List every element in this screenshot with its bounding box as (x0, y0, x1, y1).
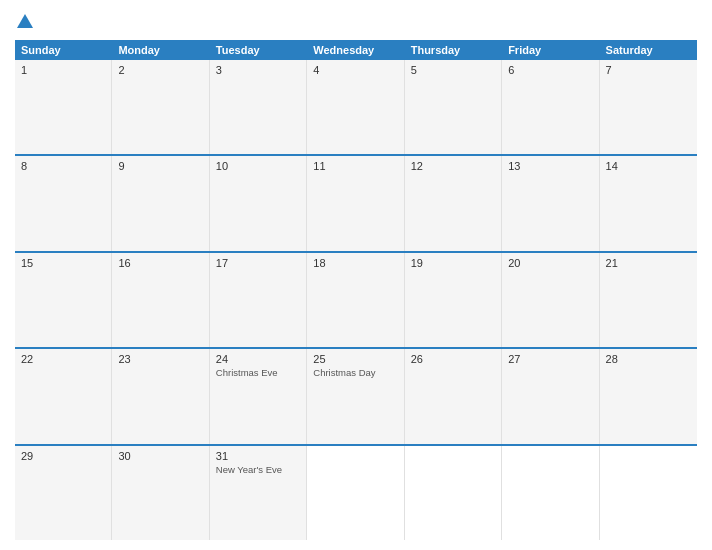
logo (15, 14, 33, 30)
day-number: 16 (118, 257, 202, 269)
day-number: 3 (216, 64, 300, 76)
day-number: 14 (606, 160, 691, 172)
weekday-header-saturday: Saturday (600, 40, 697, 60)
day-number: 8 (21, 160, 105, 172)
week-row-4: 222324Christmas Eve25Christmas Day262728 (15, 349, 697, 445)
day-number: 4 (313, 64, 397, 76)
day-number: 7 (606, 64, 691, 76)
cal-cell-3-2: 24Christmas Eve (210, 349, 307, 443)
cal-cell-1-3: 11 (307, 156, 404, 250)
weekday-header-friday: Friday (502, 40, 599, 60)
cal-cell-4-3 (307, 446, 404, 540)
cal-cell-2-6: 21 (600, 253, 697, 347)
cal-cell-3-5: 27 (502, 349, 599, 443)
cal-cell-1-2: 10 (210, 156, 307, 250)
cal-cell-2-0: 15 (15, 253, 112, 347)
cal-cell-4-2: 31New Year's Eve (210, 446, 307, 540)
cal-cell-0-6: 7 (600, 60, 697, 154)
day-number: 29 (21, 450, 105, 462)
day-number: 20 (508, 257, 592, 269)
day-number: 13 (508, 160, 592, 172)
cal-cell-2-2: 17 (210, 253, 307, 347)
header (15, 10, 697, 34)
day-number: 10 (216, 160, 300, 172)
weekday-header-thursday: Thursday (405, 40, 502, 60)
cal-cell-2-3: 18 (307, 253, 404, 347)
day-number: 12 (411, 160, 495, 172)
day-number: 26 (411, 353, 495, 365)
cal-cell-3-4: 26 (405, 349, 502, 443)
weekday-header-sunday: Sunday (15, 40, 112, 60)
day-number: 2 (118, 64, 202, 76)
week-row-2: 891011121314 (15, 156, 697, 252)
cal-cell-4-5 (502, 446, 599, 540)
cal-cell-0-0: 1 (15, 60, 112, 154)
cal-cell-4-0: 29 (15, 446, 112, 540)
day-number: 18 (313, 257, 397, 269)
day-event: New Year's Eve (216, 464, 300, 476)
day-number: 22 (21, 353, 105, 365)
day-number: 1 (21, 64, 105, 76)
cal-cell-1-5: 13 (502, 156, 599, 250)
cal-cell-4-4 (405, 446, 502, 540)
cal-cell-2-5: 20 (502, 253, 599, 347)
day-number: 9 (118, 160, 202, 172)
day-number: 21 (606, 257, 691, 269)
day-number: 27 (508, 353, 592, 365)
cal-cell-3-0: 22 (15, 349, 112, 443)
day-number: 6 (508, 64, 592, 76)
day-event: Christmas Day (313, 367, 397, 379)
day-number: 17 (216, 257, 300, 269)
cal-cell-1-1: 9 (112, 156, 209, 250)
day-number: 25 (313, 353, 397, 365)
calendar-header: SundayMondayTuesdayWednesdayThursdayFrid… (15, 40, 697, 60)
cal-cell-4-1: 30 (112, 446, 209, 540)
day-number: 31 (216, 450, 300, 462)
day-number: 30 (118, 450, 202, 462)
page: SundayMondayTuesdayWednesdayThursdayFrid… (0, 0, 712, 550)
day-number: 24 (216, 353, 300, 365)
cal-cell-1-6: 14 (600, 156, 697, 250)
day-number: 19 (411, 257, 495, 269)
day-event: Christmas Eve (216, 367, 300, 379)
calendar: SundayMondayTuesdayWednesdayThursdayFrid… (15, 40, 697, 540)
cal-cell-4-6 (600, 446, 697, 540)
logo-triangle-icon (17, 14, 33, 28)
weekday-header-wednesday: Wednesday (307, 40, 404, 60)
day-number: 15 (21, 257, 105, 269)
cal-cell-2-1: 16 (112, 253, 209, 347)
cal-cell-0-2: 3 (210, 60, 307, 154)
calendar-body: 123456789101112131415161718192021222324C… (15, 60, 697, 540)
cal-cell-1-4: 12 (405, 156, 502, 250)
weekday-header-monday: Monday (112, 40, 209, 60)
cal-cell-0-4: 5 (405, 60, 502, 154)
cal-cell-1-0: 8 (15, 156, 112, 250)
cal-cell-0-1: 2 (112, 60, 209, 154)
cal-cell-3-3: 25Christmas Day (307, 349, 404, 443)
cal-cell-0-3: 4 (307, 60, 404, 154)
week-row-5: 293031New Year's Eve (15, 446, 697, 540)
day-number: 11 (313, 160, 397, 172)
day-number: 28 (606, 353, 691, 365)
week-row-1: 1234567 (15, 60, 697, 156)
week-row-3: 15161718192021 (15, 253, 697, 349)
day-number: 23 (118, 353, 202, 365)
cal-cell-3-1: 23 (112, 349, 209, 443)
weekday-header-tuesday: Tuesday (210, 40, 307, 60)
cal-cell-2-4: 19 (405, 253, 502, 347)
cal-cell-3-6: 28 (600, 349, 697, 443)
cal-cell-0-5: 6 (502, 60, 599, 154)
day-number: 5 (411, 64, 495, 76)
